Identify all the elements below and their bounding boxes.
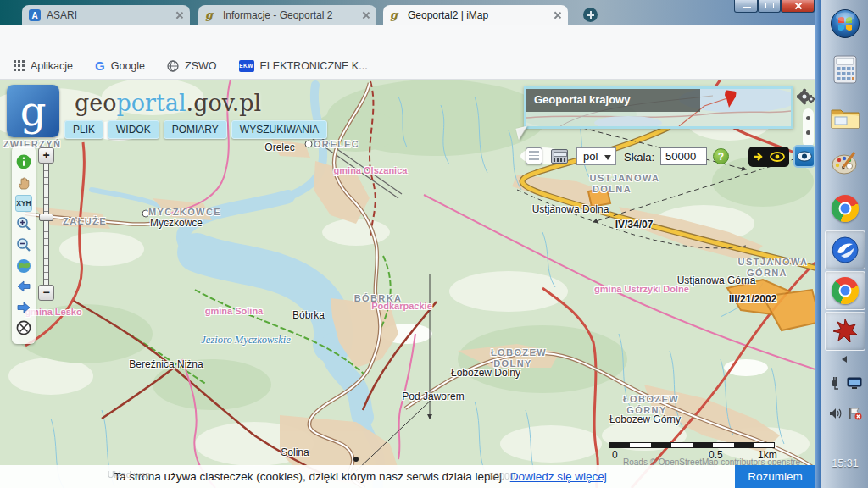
bookmark-ekw[interactable]: EKW ELEKTRONICZNE K... bbox=[239, 60, 368, 72]
geoportal-favicon: g bbox=[205, 9, 217, 21]
map-label: Łobozew Dolny bbox=[451, 367, 520, 379]
language-select[interactable]: pol bbox=[576, 147, 616, 165]
windows-taskbar: 15:31 bbox=[821, 0, 868, 488]
info-tool-icon[interactable] bbox=[15, 153, 32, 170]
close-tab-icon[interactable] bbox=[363, 12, 370, 19]
explorer-folder-icon[interactable] bbox=[826, 100, 864, 137]
show-hidden-icons-arrow[interactable] bbox=[842, 356, 847, 363]
bookmark-label: ZSWO bbox=[185, 60, 217, 72]
action-center-flag-icon[interactable] bbox=[848, 407, 862, 420]
red-app-icon[interactable] bbox=[825, 312, 865, 351]
zoom-in-button[interactable]: + bbox=[38, 147, 54, 164]
previous-view-arrow-icon[interactable] bbox=[15, 278, 32, 295]
geoportal-menu: PLIK WIDOK POMIARY WYSZUKIWANIA bbox=[64, 120, 327, 139]
network-display-icon[interactable] bbox=[847, 376, 862, 390]
chevron-down-icon bbox=[604, 155, 611, 160]
calculator-icon[interactable] bbox=[826, 51, 864, 88]
chrome-running-icon[interactable] bbox=[825, 271, 865, 310]
settings-gear-icon[interactable] bbox=[797, 88, 817, 107]
blue-app-icon[interactable] bbox=[825, 230, 865, 269]
overview-map-panel[interactable]: Geoportal krajowy bbox=[524, 86, 793, 129]
overview-location-marker bbox=[724, 95, 736, 108]
map-label: Pod Jaworem bbox=[402, 391, 464, 402]
scale-input[interactable] bbox=[660, 147, 707, 165]
menu-widok[interactable]: WIDOK bbox=[108, 120, 159, 139]
ekw-icon: EKW bbox=[239, 60, 254, 72]
volume-icon[interactable] bbox=[829, 407, 843, 420]
tab-imap-active[interactable]: g Geoportal2 | iMap bbox=[383, 5, 568, 25]
geoportal-logo[interactable]: g bbox=[7, 85, 59, 137]
map-label: III/21/2002 bbox=[729, 293, 777, 305]
map-labels: ZWIERZYŃOrelecORELECgmina OlszanicaMYCZK… bbox=[0, 80, 821, 488]
full-extent-globe-icon[interactable] bbox=[15, 258, 32, 274]
tray-row-2 bbox=[821, 407, 868, 420]
map-label: gmina Olszanica bbox=[334, 165, 408, 175]
power-plug-icon[interactable] bbox=[828, 376, 842, 390]
zoom-in-tool-icon[interactable] bbox=[15, 215, 32, 232]
map-label: Łobozew Górny bbox=[609, 413, 681, 425]
map-label: Solina bbox=[281, 446, 309, 458]
map-label: Podkarpackie bbox=[371, 301, 432, 311]
map-label: DOLNA bbox=[593, 184, 632, 194]
menu-pomiary[interactable]: POMIARY bbox=[164, 120, 227, 139]
quick-tools-box[interactable] bbox=[748, 147, 789, 167]
legend-list-icon[interactable] bbox=[526, 147, 542, 164]
desktop: A ASARI g Informacje - Geoportal 2 g Geo… bbox=[0, 0, 868, 488]
close-window-button[interactable] bbox=[781, 0, 815, 13]
tray-row-1 bbox=[821, 376, 868, 390]
map-label: gmina Ustrzyki Dolne bbox=[594, 284, 689, 294]
map-label: Jezioro Myczkowskie bbox=[201, 334, 290, 347]
visibility-button[interactable] bbox=[793, 145, 815, 168]
paint-icon[interactable] bbox=[826, 144, 864, 181]
close-tab-icon[interactable] bbox=[554, 12, 561, 19]
side-mini-toolbar[interactable] bbox=[803, 108, 814, 147]
close-tab-icon[interactable] bbox=[176, 12, 183, 19]
help-button[interactable]: ? bbox=[713, 148, 729, 164]
site-title: geoportal.gov.pl bbox=[75, 90, 261, 116]
bookmark-label: Aplikacje bbox=[31, 60, 73, 72]
window-frame: A ASARI g Informacje - Geoportal 2 g Geo… bbox=[0, 0, 821, 25]
geoportal-favicon: g bbox=[390, 9, 402, 21]
bookmark-label: Google bbox=[111, 60, 145, 72]
map-label: ŁOBOZEW bbox=[623, 394, 679, 404]
start-button[interactable] bbox=[826, 5, 864, 42]
map-tool-strip: XYH bbox=[12, 146, 36, 344]
bookmark-zswo[interactable]: ZSWO bbox=[167, 60, 217, 72]
map-canvas[interactable]: ZWIERZYŃOrelecORELECgmina OlszanicaMYCZK… bbox=[0, 80, 821, 488]
bookmark-google[interactable]: G Google bbox=[95, 58, 145, 73]
bookmarks-bar: Aplikacje G Google ZSWO EKW ELEKTRONICZN… bbox=[0, 53, 821, 80]
menu-plik[interactable]: PLIK bbox=[64, 120, 103, 139]
zoom-out-tool-icon[interactable] bbox=[15, 236, 32, 253]
taskbar-clock: 15:31 bbox=[821, 458, 868, 469]
map-label: Bereźnica Niżna bbox=[129, 358, 203, 370]
new-tab-button[interactable] bbox=[583, 8, 598, 22]
pan-hand-icon[interactable] bbox=[15, 174, 32, 191]
xyh-tool[interactable]: XYH bbox=[15, 195, 32, 212]
chrome-pinned-icon[interactable] bbox=[826, 190, 864, 227]
next-view-arrow-icon[interactable] bbox=[15, 299, 32, 316]
clear-selection-icon[interactable] bbox=[15, 319, 32, 336]
yellow-arrow-icon bbox=[753, 152, 766, 162]
tab-asari[interactable]: A ASARI bbox=[22, 5, 190, 25]
cookie-accept-button[interactable]: Rozumiem bbox=[735, 465, 815, 488]
zoom-out-button[interactable]: − bbox=[38, 285, 54, 301]
cookie-learn-more-link[interactable]: Dowiedz się więcej bbox=[510, 470, 607, 483]
window-edge bbox=[815, 0, 821, 488]
menu-wyszukiwania[interactable]: WYSZUKIWANIA bbox=[231, 120, 328, 139]
map-label: 50000 bbox=[489, 471, 515, 481]
zoom-track[interactable] bbox=[43, 164, 49, 285]
map-label: gmina Solina bbox=[205, 306, 263, 316]
coordinates-tool-icon[interactable] bbox=[551, 149, 568, 164]
minimize-button[interactable] bbox=[734, 0, 758, 13]
asari-favicon: A bbox=[29, 9, 41, 21]
tab-label: ASARI bbox=[47, 9, 170, 21]
zoom-handle[interactable] bbox=[39, 214, 53, 221]
tab-informacje[interactable]: g Informacje - Geoportal 2 bbox=[198, 5, 376, 25]
browser-toolbar: Niezabezpieczona mapy.geoportal.gov.pl/i… bbox=[0, 25, 821, 53]
bookmark-apps[interactable]: Aplikacje bbox=[14, 60, 73, 72]
windows-orb-icon bbox=[830, 8, 860, 39]
map-label: Bóbrka bbox=[292, 309, 325, 321]
tab-label: Informacje - Geoportal 2 bbox=[223, 9, 357, 21]
scale-bar bbox=[609, 442, 775, 448]
maximize-button[interactable] bbox=[758, 0, 781, 13]
